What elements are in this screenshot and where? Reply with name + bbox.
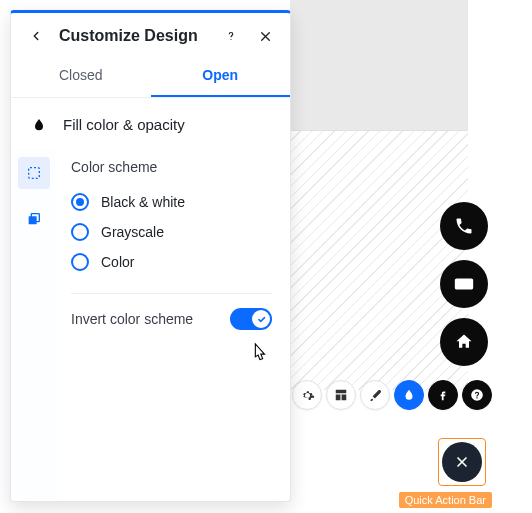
radio-color[interactable]: Color xyxy=(71,247,272,277)
chevron-left-icon xyxy=(29,29,43,43)
toggle-knob xyxy=(252,310,270,328)
tool-brush[interactable] xyxy=(360,380,390,410)
layout-icon xyxy=(334,388,348,402)
radio-grayscale[interactable]: Grayscale xyxy=(71,217,272,247)
fab-mail[interactable] xyxy=(440,260,488,308)
vtab-selection[interactable] xyxy=(18,157,50,189)
radio-label: Black & white xyxy=(101,194,185,210)
svg-point-0 xyxy=(230,39,231,40)
tool-help[interactable] xyxy=(462,380,492,410)
question-icon xyxy=(224,29,238,43)
close-icon xyxy=(259,30,272,43)
top-gray-area xyxy=(290,0,468,130)
fab-home[interactable] xyxy=(440,318,488,366)
canvas: Quick Action Bar Customize Design Cl xyxy=(0,0,532,513)
floating-toolbar xyxy=(292,380,492,410)
gear-icon xyxy=(300,388,315,403)
radio-icon xyxy=(71,193,89,211)
panel-header: Customize Design xyxy=(11,13,290,57)
facebook-icon xyxy=(436,388,450,402)
close-panel-button[interactable] xyxy=(254,25,276,47)
check-icon xyxy=(257,315,266,324)
color-scheme-label: Color scheme xyxy=(71,159,272,175)
phone-icon xyxy=(454,216,474,236)
radio-label: Color xyxy=(101,254,134,270)
right-sidebar-strip xyxy=(500,0,532,513)
layers-icon xyxy=(26,211,42,227)
droplet-icon xyxy=(402,388,416,402)
close-action-box[interactable] xyxy=(438,438,486,486)
divider xyxy=(71,293,272,294)
help-icon xyxy=(470,388,484,402)
help-button[interactable] xyxy=(220,25,242,47)
tool-droplet[interactable] xyxy=(394,380,424,410)
section-title: Fill color & opacity xyxy=(63,116,185,133)
invert-row: Invert color scheme xyxy=(71,308,272,330)
invert-toggle[interactable] xyxy=(230,308,272,330)
back-button[interactable] xyxy=(25,25,47,47)
tool-settings[interactable] xyxy=(292,380,322,410)
panel-title: Customize Design xyxy=(59,27,208,45)
selection-icon xyxy=(26,165,42,181)
tool-facebook[interactable] xyxy=(428,380,458,410)
tool-layout[interactable] xyxy=(326,380,356,410)
panel-tabs: Closed Open xyxy=(11,57,290,98)
svg-rect-1 xyxy=(29,168,40,179)
tab-open[interactable]: Open xyxy=(151,57,291,97)
home-icon xyxy=(454,332,474,352)
droplet-icon xyxy=(31,117,47,133)
brush-icon xyxy=(368,388,383,403)
radio-label: Grayscale xyxy=(101,224,164,240)
mail-icon xyxy=(453,273,475,295)
close-icon xyxy=(454,454,470,470)
invert-label: Invert color scheme xyxy=(71,311,193,327)
svg-rect-2 xyxy=(29,216,37,224)
tab-closed[interactable]: Closed xyxy=(11,57,151,97)
vertical-tabs xyxy=(11,149,57,501)
close-circle xyxy=(442,442,482,482)
section-header: Fill color & opacity xyxy=(11,98,290,149)
customize-design-panel: Customize Design Closed Open Fill color … xyxy=(10,10,291,502)
radio-black-white[interactable]: Black & white xyxy=(71,187,272,217)
panel-content: Color scheme Black & white Grayscale Col… xyxy=(57,149,290,501)
radio-icon xyxy=(71,253,89,271)
fab-stack xyxy=(440,202,488,366)
vtab-layers[interactable] xyxy=(18,203,50,235)
panel-body: Color scheme Black & white Grayscale Col… xyxy=(11,149,290,501)
quick-action-bar-tag: Quick Action Bar xyxy=(399,492,492,508)
fab-phone[interactable] xyxy=(440,202,488,250)
radio-icon xyxy=(71,223,89,241)
